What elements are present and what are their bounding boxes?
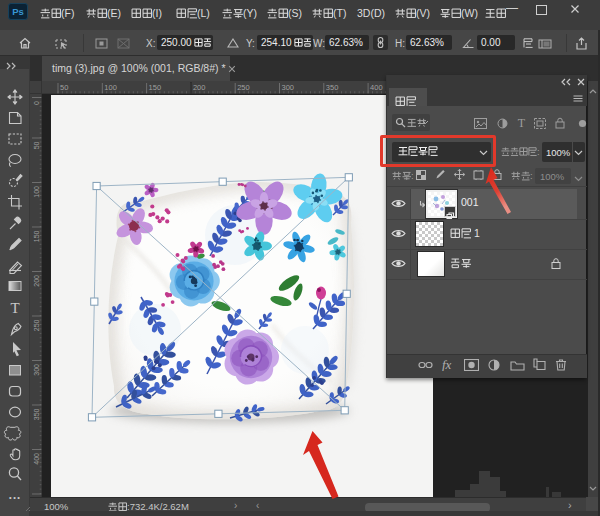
svg-text:50: 50 (60, 83, 68, 92)
svg-text:T: T (518, 117, 526, 129)
svg-text:150: 150 (149, 83, 162, 92)
svg-text:fx: fx (442, 358, 452, 371)
svg-text:250: 250 (33, 319, 40, 331)
svg-text:300: 300 (282, 83, 295, 92)
svg-text:200: 200 (33, 275, 40, 287)
svg-text:0: 0 (33, 101, 40, 105)
svg-text:300: 300 (33, 364, 40, 376)
svg-text:400: 400 (370, 83, 383, 92)
svg-text:T: T (10, 300, 19, 316)
svg-text:50: 50 (33, 141, 40, 149)
svg-text:100: 100 (33, 186, 40, 198)
svg-text:100: 100 (104, 83, 117, 92)
svg-text:400: 400 (33, 453, 40, 465)
svg-text:200: 200 (193, 83, 206, 92)
svg-text:350: 350 (33, 408, 40, 420)
svg-text:350: 350 (326, 83, 339, 92)
svg-text:150: 150 (33, 230, 40, 242)
svg-text:250: 250 (237, 83, 250, 92)
